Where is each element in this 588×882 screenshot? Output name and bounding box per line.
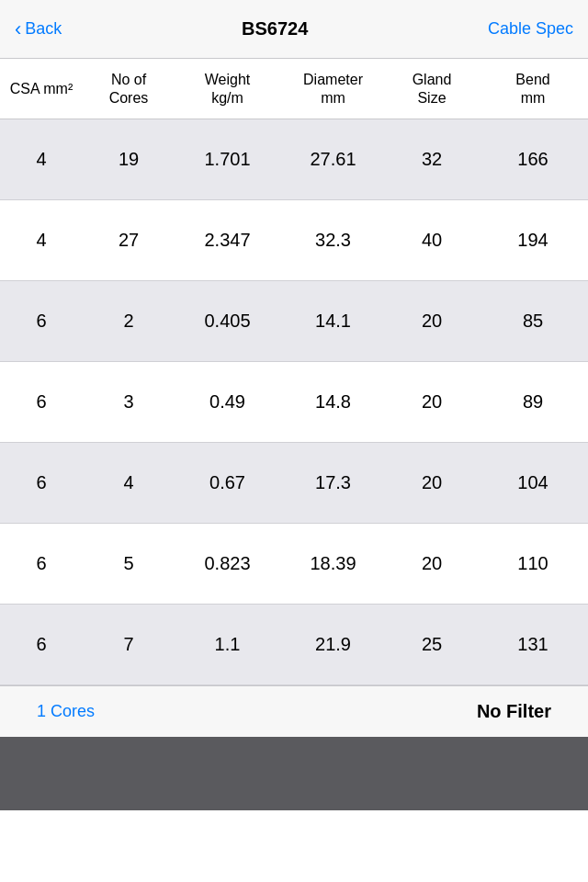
cell-weight: 0.67 [175, 472, 280, 493]
cell-csa: 6 [0, 634, 83, 655]
cell-diameter: 32.3 [280, 230, 386, 251]
table-body: 4 19 1.701 27.61 32 166 4 27 2.347 32.3 … [0, 119, 588, 685]
cell-csa: 6 [0, 311, 83, 332]
cell-cores: 2 [83, 311, 175, 332]
cell-csa: 6 [0, 553, 83, 574]
cell-bend: 85 [478, 311, 588, 332]
cell-gland: 32 [386, 149, 478, 170]
cell-gland: 20 [386, 553, 478, 574]
cell-gland: 20 [386, 391, 478, 413]
cell-csa: 4 [0, 149, 83, 170]
table-row[interactable]: 6 5 0.823 18.39 20 110 [0, 524, 588, 605]
cell-diameter: 14.1 [280, 311, 386, 332]
cell-bend: 104 [478, 472, 588, 493]
header-cores: No ofCores [83, 71, 175, 106]
cell-gland: 20 [386, 311, 478, 332]
cable-spec-button[interactable]: Cable Spec [488, 19, 573, 39]
table-row[interactable]: 6 2 0.405 14.1 20 85 [0, 281, 588, 362]
filter-label: No Filter [477, 701, 551, 722]
back-label: Back [25, 19, 62, 39]
cell-weight: 1.1 [175, 634, 280, 655]
cell-cores: 19 [83, 149, 175, 170]
header-bend: Bendmm [478, 71, 588, 106]
cell-gland: 25 [386, 634, 478, 655]
cell-bend: 166 [478, 149, 588, 170]
table-row[interactable]: 4 19 1.701 27.61 32 166 [0, 119, 588, 200]
cell-csa: 4 [0, 230, 83, 251]
table-row[interactable]: 6 3 0.49 14.8 20 89 [0, 362, 588, 443]
cell-bend: 131 [478, 634, 588, 655]
cell-cores: 4 [83, 472, 175, 493]
cell-diameter: 21.9 [280, 634, 386, 655]
cell-diameter: 17.3 [280, 472, 386, 493]
cores-filter[interactable]: 1 Cores [37, 702, 95, 721]
cell-gland: 20 [386, 472, 478, 493]
page-title: BS6724 [242, 18, 308, 40]
footer-bar: 1 Cores No Filter [0, 685, 588, 737]
header-csa: CSA mm² [0, 80, 83, 97]
cell-bend: 89 [478, 391, 588, 413]
cell-bend: 110 [478, 553, 588, 574]
cell-csa: 6 [0, 391, 83, 413]
cell-cores: 3 [83, 391, 175, 413]
back-button[interactable]: ‹ Back [15, 17, 62, 41]
cell-diameter: 14.8 [280, 391, 386, 413]
header-weight: Weightkg/m [175, 71, 280, 106]
cell-cores: 5 [83, 553, 175, 574]
cell-csa: 6 [0, 472, 83, 493]
header-gland: GlandSize [386, 71, 478, 106]
header-diameter: Diametermm [280, 71, 386, 106]
cell-gland: 40 [386, 230, 478, 251]
cell-weight: 1.701 [175, 149, 280, 170]
cell-weight: 0.823 [175, 553, 280, 574]
cell-cores: 7 [83, 634, 175, 655]
bottom-bar [0, 737, 588, 810]
table-row[interactable]: 6 4 0.67 17.3 20 104 [0, 443, 588, 524]
table-header: CSA mm² No ofCores Weightkg/m Diametermm… [0, 59, 588, 119]
cell-bend: 194 [478, 230, 588, 251]
cell-weight: 0.49 [175, 391, 280, 413]
cell-diameter: 18.39 [280, 553, 386, 574]
table-row[interactable]: 4 27 2.347 32.3 40 194 [0, 200, 588, 281]
nav-bar: ‹ Back BS6724 Cable Spec [0, 0, 588, 59]
cell-diameter: 27.61 [280, 149, 386, 170]
back-chevron-icon: ‹ [15, 17, 21, 41]
cell-weight: 0.405 [175, 311, 280, 332]
cell-cores: 27 [83, 230, 175, 251]
cell-weight: 2.347 [175, 230, 280, 251]
table-row[interactable]: 6 7 1.1 21.9 25 131 [0, 605, 588, 685]
